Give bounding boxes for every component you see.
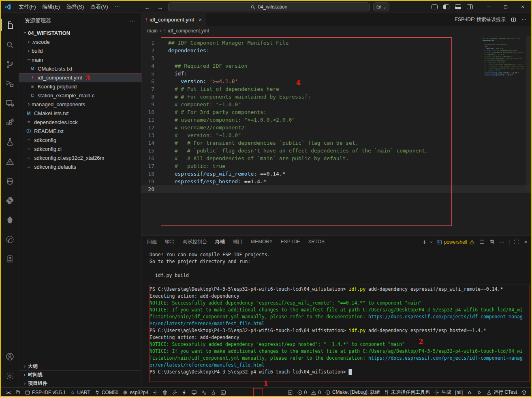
tree-item-sdkconfig[interactable]: ≡sdkconfig xyxy=(19,135,141,144)
tab-close-icon[interactable]: × xyxy=(199,17,202,23)
activitybar-python-icon[interactable] xyxy=(1,191,19,210)
code-line-14[interactable]: 14 # # For transient dependencies `publi… xyxy=(141,139,531,147)
code-line-1[interactable]: 1## IDF Component Manager Manifest File xyxy=(141,39,531,47)
back-arrow-icon[interactable]: ← xyxy=(143,4,152,11)
breadcrumb[interactable]: main › ! idf_component.yml xyxy=(141,26,531,36)
panel-more-icon[interactable]: ⋯ xyxy=(499,239,504,245)
section-大纲[interactable]: ›大纲 xyxy=(19,362,141,370)
activitybar-remote-explorer-icon[interactable] xyxy=(1,93,19,113)
tree-item-sdkconfig-ci[interactable]: ≡sdkconfig.ci xyxy=(19,144,141,153)
panel-tab-端口[interactable]: 端口 xyxy=(233,236,243,248)
activitybar-robot-icon[interactable] xyxy=(1,171,19,191)
status-play[interactable] xyxy=(474,388,484,397)
status-remote[interactable]: >< xyxy=(3,388,13,397)
panel-tab-输出[interactable]: 输出 xyxy=(165,236,175,248)
tree-item-idf-component-yml[interactable]: !idf_component.yml xyxy=(19,73,141,82)
activitybar-source-control-icon[interactable] xyxy=(1,54,19,74)
maximize-panel-icon[interactable] xyxy=(514,239,520,245)
activitybar-settings-gear-icon[interactable] xyxy=(1,366,19,386)
terminal-dropdown-icon[interactable]: › xyxy=(429,241,434,243)
status-star[interactable]: ☆UART xyxy=(68,388,92,397)
status-debug[interactable] xyxy=(199,388,209,397)
code-line-13[interactable]: 13 # version: "~1.0.0" xyxy=(141,131,531,139)
toggle-secondary-sidebar-icon[interactable] xyxy=(467,4,473,9)
status-gear[interactable] xyxy=(150,388,160,397)
panel-tab-XRTOS[interactable]: XRTOS xyxy=(308,236,325,248)
minimap[interactable]: ## IDF Component Manager Manifest Filede… xyxy=(483,37,525,78)
code-line-7[interactable]: 7 # # Put list of dependencies here xyxy=(141,85,531,93)
code-line-2[interactable]: 2dependencies: xyxy=(141,47,531,54)
maximize-button[interactable]: □ xyxy=(497,1,514,13)
status-folders[interactable] xyxy=(13,388,23,397)
menu-文件(F)[interactable]: 文件(F) xyxy=(15,2,39,12)
code-line-8[interactable]: 8 # # For components maintained by Espre… xyxy=(141,93,531,101)
tree-item-sdkconfig-defaults[interactable]: ≡sdkconfig.defaults xyxy=(19,162,141,171)
activitybar-run-debug-icon[interactable] xyxy=(1,74,19,93)
code-line-15[interactable]: 15 # # `public` flag doesn't have an eff… xyxy=(141,147,531,155)
minimize-button[interactable]: ─ xyxy=(480,1,497,13)
split-editor-icon[interactable] xyxy=(511,17,517,23)
code-line-12[interactable]: 12 # username2/component2: xyxy=(141,124,531,131)
toggle-sidebar-icon[interactable] xyxy=(443,4,449,9)
breadcrumb-file[interactable]: idf_component.yml xyxy=(168,28,209,34)
status-trash[interactable] xyxy=(160,388,170,397)
panel-tab-终端[interactable]: 终端 xyxy=(215,236,225,248)
status-bug[interactable] xyxy=(465,388,474,397)
panel-tab-调试控制台[interactable]: 调试控制台 xyxy=(183,236,207,248)
panel-tab-MEMORY[interactable]: MEMORY xyxy=(251,236,273,248)
menu-more[interactable]: ⋯ xyxy=(111,2,123,11)
copilot-button[interactable]: ⌄ xyxy=(373,2,389,11)
status-chip[interactable]: esp32p4 xyxy=(120,388,150,397)
activitybar-account-icon[interactable] xyxy=(1,347,19,366)
menu-选择(S)[interactable]: 选择(S) xyxy=(63,2,87,12)
section-时间线[interactable]: ›时间线 xyxy=(19,370,141,379)
tree-item-readme-txt[interactable]: ⓘREADME.txt xyxy=(19,127,141,135)
panel-tab-问题[interactable]: 问题 xyxy=(147,236,157,248)
section-项目组件[interactable]: ›项目组件 xyxy=(19,379,141,387)
activitybar-search-icon[interactable] xyxy=(1,35,19,54)
activitybar-espressif-icon[interactable] xyxy=(1,230,19,249)
status-extension[interactable]: ESP-IDF v5.5.1 xyxy=(23,388,68,397)
close-button[interactable]: × xyxy=(514,1,531,13)
close-panel-icon[interactable]: × xyxy=(524,239,527,245)
tab-idf-component-yml[interactable]: ! idf_component.yml × xyxy=(141,13,206,26)
code-line-5[interactable]: 5 idf: xyxy=(141,70,531,77)
sidebar-more-icon[interactable]: ⋯ xyxy=(130,18,135,24)
status-warning[interactable]: 0 xyxy=(309,388,323,397)
tree-item-kconfig-projbuild[interactable]: ≡Kconfig.projbuild xyxy=(19,82,141,91)
status-tools[interactable]: 未选择任何工具包 xyxy=(382,388,432,397)
code-line-9[interactable]: 9 # component: "~1.0.0" xyxy=(141,101,531,108)
status-info[interactable]: CMake: [Debug]: 就绪 xyxy=(323,388,382,397)
status-monitor[interactable] xyxy=(189,388,199,397)
menu-查看(V)[interactable]: 查看(V) xyxy=(87,2,111,12)
activitybar-explorer-icon[interactable] xyxy=(1,15,19,35)
espidf-search-error-hint-button[interactable]: ESP-IDF: 搜索错误提示 xyxy=(455,16,506,23)
activitybar-devboard-icon[interactable] xyxy=(1,249,19,268)
tree-item-build[interactable]: ›build xyxy=(19,46,141,55)
code-line-16[interactable]: 16 # # All dependencies of `main` are pu… xyxy=(141,155,531,162)
tree-item-cmakelists-txt[interactable]: MCMakeLists.txt xyxy=(19,109,141,118)
code-line-18[interactable]: 18 espressif/esp_wifi_remote: ==0.14.* xyxy=(141,170,531,178)
tree-item-main[interactable]: ›main xyxy=(19,55,141,64)
code-line-3[interactable]: 3 xyxy=(141,54,531,62)
editor-more-icon[interactable]: ⋯ xyxy=(521,17,526,22)
terminal-output[interactable]: Done! You can now compile ESP-IDF projec… xyxy=(141,248,531,387)
status-terminal[interactable] xyxy=(218,388,228,397)
status-wrench[interactable] xyxy=(170,388,179,397)
customize-layout-icon[interactable] xyxy=(432,4,438,9)
forward-arrow-icon[interactable]: → xyxy=(155,4,165,11)
kill-terminal-trash-icon[interactable] xyxy=(489,239,495,245)
activitybar-testing-flask-icon[interactable] xyxy=(1,132,19,152)
code-line-20[interactable]: 20 xyxy=(141,185,531,193)
tree-item-managed-components[interactable]: ›managed_components xyxy=(19,100,141,109)
new-terminal-icon[interactable]: + xyxy=(423,239,426,245)
tree-item-dependencies-lock[interactable]: ≡dependencies.lock xyxy=(19,118,141,127)
status-plug[interactable]: COM50 xyxy=(92,388,120,397)
code-line-17[interactable]: 17 # public: true xyxy=(141,162,531,170)
tree-item-station-example-main-c[interactable]: Cstation_example_main.c xyxy=(19,91,141,100)
status-zap[interactable] xyxy=(179,388,189,397)
status-[all][interactable]: [all] xyxy=(453,388,465,397)
editor-scrollbar[interactable] xyxy=(526,36,531,192)
menu-编辑(E)[interactable]: 编辑(E) xyxy=(39,2,63,12)
breadcrumb-folder[interactable]: main xyxy=(147,28,158,34)
